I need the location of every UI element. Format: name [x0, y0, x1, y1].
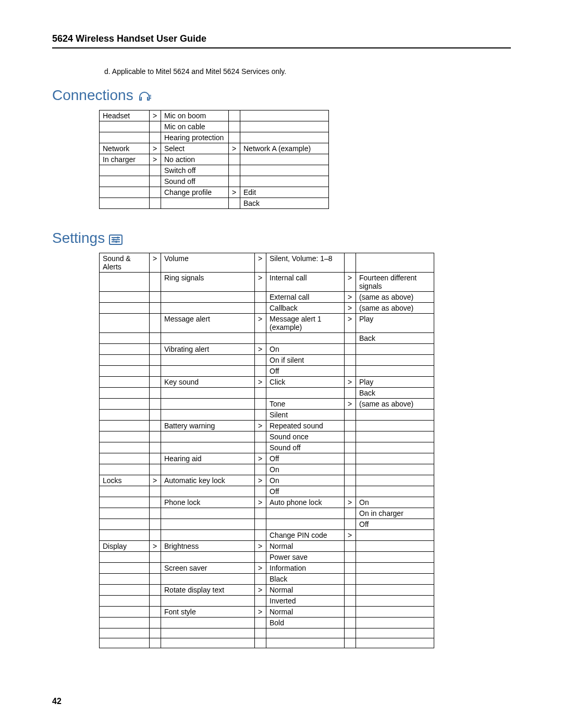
table-row: Font style>Normal [100, 607, 434, 618]
table-cell: Information [266, 563, 345, 574]
table-cell [255, 355, 266, 366]
table-cell: Vibrating alert [161, 344, 255, 355]
table-cell [240, 176, 329, 187]
table-cell [150, 618, 161, 628]
table-cell [150, 165, 161, 176]
table-cell: Message alert 1 (example) [266, 314, 345, 333]
table-cell: > [345, 292, 356, 303]
table-cell [150, 431, 161, 442]
table-cell: > [150, 143, 161, 154]
table-cell: > [255, 497, 266, 508]
table-cell: (same as above) [356, 303, 434, 314]
table-cell [100, 618, 150, 628]
table-cell [150, 303, 161, 314]
table-cell [150, 366, 161, 377]
table-cell [150, 355, 161, 366]
table-cell: Headset [100, 110, 150, 121]
table-cell [345, 628, 356, 638]
table-cell: Mic on boom [161, 110, 229, 121]
table-cell [150, 198, 161, 209]
table-cell [100, 121, 150, 132]
table-cell [345, 574, 356, 585]
table-cell [161, 410, 255, 421]
table-cell [161, 530, 255, 541]
table-cell [356, 344, 434, 355]
table-cell [161, 618, 255, 628]
table-cell: > [255, 377, 266, 388]
heading-settings-text: Settings [52, 230, 105, 246]
table-row: Black [100, 574, 434, 585]
table-row: On [100, 464, 434, 475]
table-cell: > [229, 187, 240, 198]
table-cell [100, 596, 150, 607]
table-cell [229, 198, 240, 209]
table-cell [356, 638, 434, 648]
table-cell [161, 303, 255, 314]
table-cell [100, 530, 150, 541]
table-cell [356, 618, 434, 628]
table-cell: Screen saver [161, 563, 255, 574]
table-cell: Sound & Alerts [100, 253, 150, 273]
table-cell [100, 563, 150, 574]
table-cell [345, 519, 356, 530]
table-cell: Sound once [266, 431, 345, 442]
table-cell: Message alert [161, 314, 255, 333]
table-cell: Callback [266, 303, 345, 314]
table-cell: Normal [266, 541, 345, 552]
table-cell: Hearing protection [161, 132, 229, 143]
table-cell [345, 431, 356, 442]
table-cell [150, 421, 161, 431]
table-cell [100, 132, 150, 143]
table-cell [161, 464, 255, 475]
table-cell [100, 399, 150, 410]
table-cell [356, 628, 434, 638]
table-cell [356, 552, 434, 563]
table-cell [255, 486, 266, 497]
table-cell: Sound off [161, 176, 229, 187]
table-cell [161, 292, 255, 303]
table-cell: > [255, 475, 266, 486]
table-cell [255, 508, 266, 519]
table-cell [161, 388, 255, 399]
table-cell [100, 453, 150, 464]
table-cell [100, 574, 150, 585]
table-cell [345, 607, 356, 618]
table-cell [356, 366, 434, 377]
table-cell [150, 464, 161, 475]
table-cell: > [255, 314, 266, 333]
table-cell: > [345, 399, 356, 410]
table-row: Sound off [100, 176, 329, 187]
table-cell [255, 442, 266, 453]
table-cell [150, 121, 161, 132]
table-cell [345, 585, 356, 596]
table-cell [356, 486, 434, 497]
table-cell [150, 442, 161, 453]
table-row: Rotate display text>Normal [100, 585, 434, 596]
table-cell [150, 388, 161, 399]
table-cell [345, 253, 356, 273]
table-cell: Play [356, 377, 434, 388]
table-cell: > [255, 541, 266, 552]
table-cell: No action [161, 154, 229, 165]
table-row: Message alert>Message alert 1 (example)>… [100, 314, 434, 333]
table-cell [266, 333, 345, 344]
table-cell [161, 355, 255, 366]
footnote-text: d. Applicable to Mitel 5624 and Mitel 56… [104, 67, 511, 76]
table-cell [356, 596, 434, 607]
table-cell [255, 464, 266, 475]
table-row: Key sound>Click>Play [100, 377, 434, 388]
table-cell [161, 552, 255, 563]
table-cell: Change profile [161, 187, 229, 198]
svg-point-5 [117, 237, 119, 239]
table-cell [345, 618, 356, 628]
table-row: Callback>(same as above) [100, 303, 434, 314]
table-cell [150, 399, 161, 410]
table-cell [150, 410, 161, 421]
table-cell: Sound off [266, 442, 345, 453]
table-row: Display>Brightness>Normal [100, 541, 434, 552]
table-cell [100, 585, 150, 596]
table-cell [150, 574, 161, 585]
table-cell: Rotate display text [161, 585, 255, 596]
table-cell [266, 638, 345, 648]
table-cell: Mic on cable [161, 121, 229, 132]
